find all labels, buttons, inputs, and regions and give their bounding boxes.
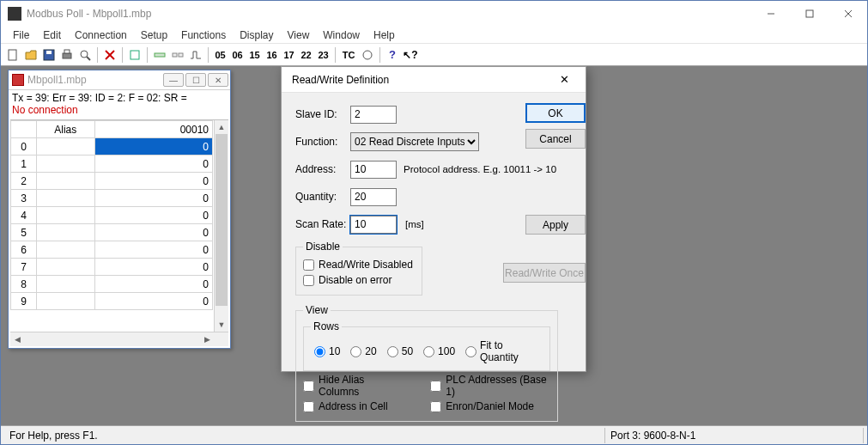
- cancel-button[interactable]: Cancel: [525, 129, 586, 149]
- alias-cell[interactable]: [37, 207, 95, 224]
- rows-fit-radio[interactable]: Fit to Quantity: [465, 339, 543, 363]
- value-cell[interactable]: 0: [94, 276, 213, 293]
- scroll-left-icon[interactable]: ◀: [10, 332, 24, 346]
- col-header-index[interactable]: [11, 121, 37, 138]
- alias-cell[interactable]: [37, 241, 95, 259]
- alias-cell[interactable]: [37, 293, 95, 310]
- row-index[interactable]: 3: [11, 190, 37, 207]
- value-cell[interactable]: 0: [94, 293, 213, 310]
- new-icon[interactable]: [4, 46, 21, 64]
- alias-cell[interactable]: [37, 173, 95, 190]
- alias-cell[interactable]: [37, 224, 95, 241]
- address-in-cell-checkbox[interactable]: Address in Cell: [303, 399, 401, 414]
- plc-addresses-checkbox[interactable]: PLC Addresses (Base 1): [430, 378, 550, 393]
- child-titlebar[interactable]: Mbpoll1.mbp — ☐ ✕: [9, 70, 230, 90]
- menu-setup[interactable]: Setup: [134, 27, 174, 43]
- child-maximize-button[interactable]: ☐: [185, 73, 206, 87]
- menu-functions[interactable]: Functions: [174, 27, 233, 43]
- value-cell[interactable]: 0: [94, 241, 213, 259]
- row-index[interactable]: 5: [11, 224, 37, 241]
- minimize-button[interactable]: [751, 1, 790, 27]
- preview-icon[interactable]: [76, 46, 94, 64]
- enron-mode-checkbox[interactable]: Enron/Daniel Mode: [430, 399, 550, 414]
- data-grid[interactable]: Alias 00010 00102030405060708090 ▲ ▼ ◀ ▶: [10, 119, 228, 346]
- dialog-close-button[interactable]: ✕: [551, 67, 577, 93]
- pulse-icon[interactable]: [187, 46, 204, 64]
- menu-window[interactable]: Window: [316, 27, 367, 43]
- close-button[interactable]: [829, 1, 867, 27]
- table-row[interactable]: 90: [11, 293, 213, 310]
- child-minimize-button[interactable]: —: [163, 73, 184, 87]
- scroll-thumb[interactable]: [215, 134, 228, 306]
- menu-connection[interactable]: Connection: [68, 27, 134, 43]
- help-icon[interactable]: ?: [384, 46, 401, 64]
- tc-button[interactable]: TC: [339, 46, 358, 64]
- table-row[interactable]: 40: [11, 207, 213, 224]
- table-row[interactable]: 00: [11, 138, 213, 155]
- scroll-down-icon[interactable]: ▼: [215, 318, 228, 332]
- fn-23-button[interactable]: 23: [315, 46, 331, 64]
- fn-05-button[interactable]: 05: [212, 46, 228, 64]
- alias-cell[interactable]: [37, 190, 95, 207]
- function-select[interactable]: 02 Read Discrete Inputs (1x): [350, 132, 479, 151]
- rw-disabled-checkbox[interactable]: Read/Write Disabled: [303, 257, 415, 272]
- menu-help[interactable]: Help: [367, 27, 402, 43]
- open-icon[interactable]: [22, 46, 39, 64]
- table-row[interactable]: 10: [11, 155, 213, 173]
- rows-100-radio[interactable]: 100: [423, 345, 455, 357]
- row-index[interactable]: 4: [11, 207, 37, 224]
- print-icon[interactable]: [58, 46, 76, 64]
- col-header-alias[interactable]: Alias: [37, 121, 95, 138]
- scroll-up-icon[interactable]: ▲: [215, 120, 228, 134]
- value-cell[interactable]: 0: [94, 207, 213, 224]
- fn-22-button[interactable]: 22: [298, 46, 314, 64]
- alias-cell[interactable]: [37, 259, 95, 276]
- apply-button[interactable]: Apply: [525, 215, 586, 235]
- delete-icon[interactable]: [101, 46, 118, 64]
- fn-15-button[interactable]: 15: [246, 46, 263, 64]
- hide-alias-checkbox[interactable]: Hide Alias Columns: [303, 378, 401, 393]
- menu-display[interactable]: Display: [233, 27, 280, 43]
- value-cell[interactable]: 0: [94, 259, 213, 276]
- row-index[interactable]: 0: [11, 138, 37, 155]
- address-input[interactable]: [350, 161, 397, 179]
- scroll-right-icon[interactable]: ▶: [200, 332, 214, 346]
- ok-button[interactable]: OK: [525, 103, 586, 123]
- table-row[interactable]: 20: [11, 173, 213, 190]
- dialog-titlebar[interactable]: Read/Write Definition ✕: [282, 67, 586, 93]
- table-row[interactable]: 30: [11, 190, 213, 207]
- row-index[interactable]: 1: [11, 155, 37, 173]
- row-index[interactable]: 2: [11, 173, 37, 190]
- settings-icon[interactable]: [126, 46, 143, 64]
- row-index[interactable]: 9: [11, 293, 37, 310]
- rows-20-radio[interactable]: 20: [350, 345, 376, 357]
- value-cell[interactable]: 0: [94, 155, 213, 173]
- value-cell[interactable]: 0: [94, 190, 213, 207]
- table-row[interactable]: 70: [11, 259, 213, 276]
- menu-view[interactable]: View: [281, 27, 317, 43]
- row-index[interactable]: 8: [11, 276, 37, 293]
- row-index[interactable]: 6: [11, 241, 37, 259]
- context-help-icon[interactable]: ↖?: [402, 46, 419, 64]
- value-cell[interactable]: 0: [94, 138, 213, 155]
- disable-on-error-checkbox[interactable]: Disable on error: [303, 272, 415, 288]
- child-close-button[interactable]: ✕: [208, 73, 228, 87]
- tools-icon[interactable]: [359, 46, 376, 64]
- horizontal-scrollbar[interactable]: ◀ ▶: [10, 332, 228, 346]
- disconnect-icon[interactable]: [169, 46, 186, 64]
- fn-06-button[interactable]: 06: [229, 46, 246, 64]
- fn-16-button[interactable]: 16: [264, 46, 280, 64]
- rows-50-radio[interactable]: 50: [387, 345, 413, 357]
- alias-cell[interactable]: [37, 276, 95, 293]
- col-header-value[interactable]: 00010: [94, 121, 213, 138]
- menu-edit[interactable]: Edit: [36, 27, 68, 43]
- vertical-scrollbar[interactable]: ▲ ▼: [214, 120, 228, 332]
- value-cell[interactable]: 0: [94, 224, 213, 241]
- alias-cell[interactable]: [37, 155, 95, 173]
- connect-icon[interactable]: [151, 46, 168, 64]
- table-row[interactable]: 50: [11, 224, 213, 241]
- menu-file[interactable]: File: [6, 27, 36, 43]
- row-index[interactable]: 7: [11, 259, 37, 276]
- read-write-once-button[interactable]: Read/Write Once: [503, 263, 586, 283]
- quantity-input[interactable]: [350, 188, 397, 206]
